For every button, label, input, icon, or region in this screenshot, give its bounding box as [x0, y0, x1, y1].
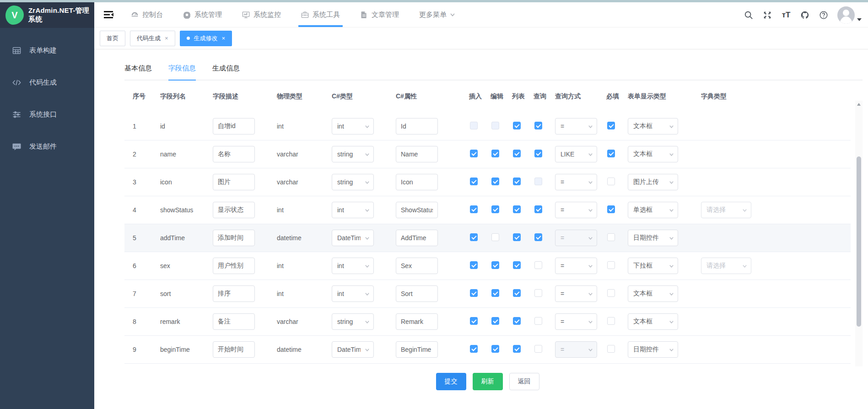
display-type-select[interactable]: 文本框	[628, 146, 678, 162]
query-checkbox[interactable]	[534, 289, 542, 297]
query-checkbox[interactable]	[534, 233, 542, 241]
required-checkbox[interactable]	[607, 150, 615, 157]
close-icon[interactable]: ×	[222, 35, 226, 41]
app-logo-row[interactable]: V ZrAdmin.NET-管理系统	[0, 2, 94, 28]
query-mode-select[interactable]: =	[555, 202, 597, 218]
display-type-select[interactable]: 下拉框	[628, 258, 678, 274]
description-input[interactable]	[213, 202, 255, 218]
nav-item-5[interactable]: 文章管理	[350, 2, 409, 27]
edit-checkbox[interactable]	[491, 178, 499, 185]
cs-property-input[interactable]	[396, 146, 438, 162]
cs-type-select[interactable]: int	[332, 202, 374, 218]
tag-3[interactable]: 生成修改×	[180, 31, 232, 46]
query-checkbox[interactable]	[534, 122, 542, 129]
query-checkbox[interactable]	[534, 261, 542, 269]
nav-item-4[interactable]: 系统工具	[291, 2, 350, 27]
list-checkbox[interactable]	[513, 289, 521, 297]
query-checkbox[interactable]	[534, 317, 542, 325]
refresh-button[interactable]: 刷新	[473, 373, 503, 390]
query-mode-select[interactable]: =	[555, 285, 597, 302]
query-mode-select[interactable]: LIKE	[555, 146, 597, 162]
edit-checkbox[interactable]	[491, 289, 499, 297]
edit-checkbox[interactable]	[491, 233, 499, 241]
font-size-icon[interactable]: тT	[781, 10, 791, 20]
nav-item-6[interactable]: 更多菜单	[409, 2, 465, 27]
list-checkbox[interactable]	[513, 178, 521, 185]
scrollbar-thumb[interactable]	[857, 156, 861, 327]
insert-checkbox[interactable]	[470, 233, 478, 241]
required-checkbox[interactable]	[607, 205, 615, 213]
list-checkbox[interactable]	[513, 150, 521, 157]
sidebar-toggle-icon[interactable]	[102, 9, 114, 21]
sidebar-item-1[interactable]: 表单构建	[0, 34, 94, 66]
cs-type-select[interactable]: int	[332, 285, 374, 302]
display-type-select[interactable]: 日期控件	[628, 230, 678, 246]
query-mode-select[interactable]: =	[555, 118, 597, 135]
insert-checkbox[interactable]	[470, 178, 478, 185]
description-input[interactable]	[213, 285, 255, 302]
required-checkbox[interactable]	[607, 261, 615, 269]
cs-type-select[interactable]: DateTime	[332, 341, 374, 358]
cs-property-input[interactable]	[396, 118, 438, 135]
edit-checkbox[interactable]	[491, 345, 499, 353]
nav-item-2[interactable]: 系统管理	[173, 2, 232, 27]
list-checkbox[interactable]	[513, 317, 521, 325]
display-type-select[interactable]: 文本框	[628, 118, 678, 135]
tab-2[interactable]: 字段信息	[168, 64, 196, 81]
description-input[interactable]	[213, 146, 255, 162]
description-input[interactable]	[213, 313, 255, 330]
list-checkbox[interactable]	[513, 345, 521, 353]
display-type-select[interactable]: 图片上传	[628, 174, 678, 190]
display-type-select[interactable]: 日期控件	[628, 341, 678, 358]
tab-1[interactable]: 基本信息	[124, 64, 152, 81]
tag-2[interactable]: 代码生成×	[130, 31, 175, 46]
nav-item-3[interactable]: 系统监控	[232, 2, 291, 27]
required-checkbox[interactable]	[607, 345, 615, 353]
list-checkbox[interactable]	[513, 261, 521, 269]
insert-checkbox[interactable]	[470, 345, 478, 353]
table-scrollbar[interactable]	[855, 101, 863, 366]
description-input[interactable]	[213, 258, 255, 274]
cs-property-input[interactable]	[396, 341, 438, 358]
query-checkbox[interactable]	[534, 205, 542, 213]
cs-property-input[interactable]	[396, 174, 438, 190]
sidebar-item-2[interactable]: 代码生成	[0, 66, 94, 98]
cs-type-select[interactable]: string	[332, 146, 374, 162]
sidebar-item-3[interactable]: 系统接口	[0, 98, 94, 130]
sidebar-item-4[interactable]: 发送邮件	[0, 130, 94, 162]
dict-type-select[interactable]: 请选择	[701, 258, 751, 274]
cs-type-select[interactable]: int	[332, 258, 374, 274]
cs-property-input[interactable]	[396, 258, 438, 274]
github-icon[interactable]	[800, 10, 810, 20]
required-checkbox[interactable]	[607, 178, 615, 185]
cs-type-select[interactable]: DateTime	[332, 230, 374, 246]
required-checkbox[interactable]	[607, 317, 615, 325]
cs-property-input[interactable]	[396, 230, 438, 246]
query-mode-select[interactable]: =	[555, 313, 597, 330]
edit-checkbox[interactable]	[491, 150, 499, 157]
description-input[interactable]	[213, 341, 255, 358]
cs-type-select[interactable]: int	[332, 118, 374, 135]
help-icon[interactable]	[819, 10, 829, 20]
dict-type-select[interactable]: 请选择	[701, 202, 751, 218]
cs-property-input[interactable]	[396, 313, 438, 330]
description-input[interactable]	[213, 174, 255, 190]
list-checkbox[interactable]	[513, 233, 521, 241]
required-checkbox[interactable]	[607, 122, 615, 129]
user-menu[interactable]	[837, 6, 862, 24]
edit-checkbox[interactable]	[491, 205, 499, 213]
search-icon[interactable]	[744, 10, 754, 20]
cs-property-input[interactable]	[396, 202, 438, 218]
fullscreen-icon[interactable]	[762, 10, 772, 20]
required-checkbox[interactable]	[607, 289, 615, 297]
cs-type-select[interactable]: string	[332, 174, 374, 190]
query-mode-select[interactable]: =	[555, 258, 597, 274]
query-checkbox[interactable]	[534, 345, 542, 353]
cs-type-select[interactable]: string	[332, 313, 374, 330]
nav-item-1[interactable]: 控制台	[121, 2, 173, 27]
required-checkbox[interactable]	[607, 233, 615, 241]
insert-checkbox[interactable]	[470, 261, 478, 269]
description-input[interactable]	[213, 230, 255, 246]
submit-button[interactable]: 提交	[436, 373, 466, 390]
list-checkbox[interactable]	[513, 205, 521, 213]
